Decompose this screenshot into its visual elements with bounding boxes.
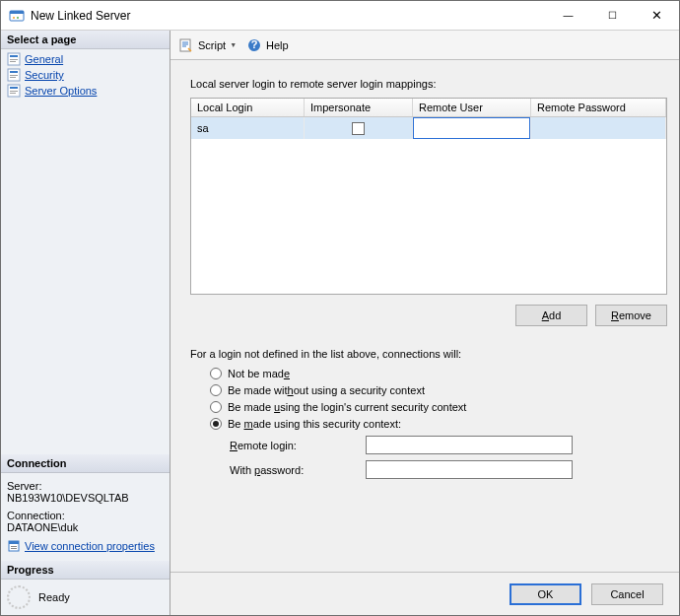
mappings-label: Local server login to remote server logi…: [190, 78, 667, 90]
view-props-label: View connection properties: [25, 540, 155, 552]
svg-rect-7: [10, 61, 16, 62]
radio-icon[interactable]: [210, 418, 222, 430]
with-password-input[interactable]: [366, 460, 573, 479]
dialog-window: New Linked Server — ☐ ✕ Select a page Ge…: [0, 0, 680, 616]
radio-label: Be made using this security context:: [228, 418, 401, 430]
svg-rect-11: [10, 77, 16, 78]
svg-rect-6: [10, 59, 18, 60]
col-remote-user[interactable]: Remote User: [413, 99, 531, 116]
remove-button[interactable]: Remove: [595, 305, 667, 326]
svg-point-2: [13, 17, 15, 19]
minimize-button[interactable]: —: [546, 1, 590, 30]
radio-current-context[interactable]: Be made using the login's current securi…: [210, 401, 667, 413]
table-row[interactable]: sa: [191, 117, 666, 139]
help-icon: ?: [246, 37, 262, 53]
script-icon: [178, 37, 194, 53]
left-panel: Select a page General Security: [1, 31, 170, 615]
col-local-login[interactable]: Local Login: [191, 99, 305, 116]
svg-rect-10: [10, 75, 18, 76]
radio-icon[interactable]: [210, 368, 222, 379]
page-icon: [7, 84, 21, 98]
grid-header-row: Local Login Impersonate Remote User Remo…: [191, 99, 666, 117]
properties-icon: [7, 539, 21, 553]
svg-rect-5: [10, 55, 18, 57]
dialog-footer: OK Cancel: [170, 572, 679, 615]
help-button[interactable]: ? Help: [246, 37, 289, 53]
radio-without-security[interactable]: Be made without using a security context: [210, 384, 667, 396]
script-label: Script: [198, 39, 226, 51]
impersonate-checkbox[interactable]: [352, 122, 365, 135]
svg-rect-18: [11, 546, 17, 547]
server-label: Server:: [7, 480, 164, 492]
page-security[interactable]: Security: [5, 67, 166, 83]
radio-label: Be made without using a security context: [228, 384, 425, 396]
connections-rule-label: For a login not defined in the list abov…: [190, 348, 667, 360]
ok-button[interactable]: OK: [510, 583, 581, 605]
svg-rect-9: [10, 71, 18, 73]
cell-remote-password[interactable]: [531, 117, 666, 139]
svg-rect-15: [10, 93, 16, 94]
svg-rect-13: [10, 87, 18, 89]
col-impersonate[interactable]: Impersonate: [305, 99, 413, 116]
connection-label: Connection:: [7, 510, 164, 521]
radio-icon[interactable]: [210, 384, 222, 396]
spinner-icon: [7, 585, 31, 609]
radio-label: Not be made: [228, 368, 290, 379]
close-button[interactable]: ✕: [635, 1, 679, 30]
svg-rect-1: [10, 11, 24, 14]
remote-user-input[interactable]: [413, 117, 530, 139]
with-password-label: With password:: [230, 464, 358, 476]
connection-value: DATAONE\duk: [7, 521, 164, 533]
page-icon: [7, 52, 21, 66]
chevron-down-icon: ▼: [230, 41, 237, 48]
col-remote-password[interactable]: Remote Password: [531, 99, 666, 116]
remote-login-label: Remote login:: [230, 440, 358, 451]
page-icon: [7, 68, 21, 82]
script-button[interactable]: Script ▼: [178, 37, 237, 53]
svg-point-3: [17, 17, 19, 19]
remote-login-input[interactable]: [366, 436, 573, 454]
server-value: NB193W10\DEVSQLTAB: [7, 492, 164, 504]
cell-local-login[interactable]: sa: [191, 117, 305, 139]
help-label: Help: [266, 39, 289, 51]
page-server-options[interactable]: Server Options: [5, 83, 166, 99]
radio-label: Be made using the login's current securi…: [228, 401, 466, 413]
svg-text:?: ?: [251, 38, 258, 50]
toolbar: Script ▼ ? Help: [170, 31, 679, 60]
cell-remote-user[interactable]: [413, 117, 531, 139]
add-button[interactable]: Add: [515, 305, 587, 326]
app-icon: [9, 8, 25, 24]
cell-impersonate[interactable]: [305, 117, 413, 139]
radio-not-made[interactable]: Not be made: [210, 368, 667, 379]
connection-header: Connection: [1, 454, 170, 473]
page-label: General: [25, 53, 63, 65]
maximize-button[interactable]: ☐: [590, 1, 635, 30]
window-buttons: — ☐ ✕: [546, 1, 679, 30]
progress-status: Ready: [38, 591, 70, 603]
window-title: New Linked Server: [31, 9, 546, 23]
radio-this-context[interactable]: Be made using this security context:: [210, 418, 667, 430]
login-mappings-grid[interactable]: Local Login Impersonate Remote User Remo…: [190, 98, 667, 295]
right-panel: Script ▼ ? Help Local server login to re…: [170, 31, 679, 615]
page-label: Security: [25, 69, 64, 81]
cancel-button[interactable]: Cancel: [591, 583, 663, 605]
radio-icon[interactable]: [210, 401, 222, 413]
svg-rect-19: [11, 548, 17, 549]
select-page-header: Select a page: [1, 31, 170, 49]
page-general[interactable]: General: [5, 51, 166, 67]
svg-rect-17: [9, 541, 19, 544]
titlebar[interactable]: New Linked Server — ☐ ✕: [1, 1, 679, 31]
svg-rect-14: [10, 91, 18, 92]
page-label: Server Options: [25, 85, 97, 97]
progress-header: Progress: [1, 561, 170, 580]
view-connection-properties-link[interactable]: View connection properties: [7, 539, 164, 553]
